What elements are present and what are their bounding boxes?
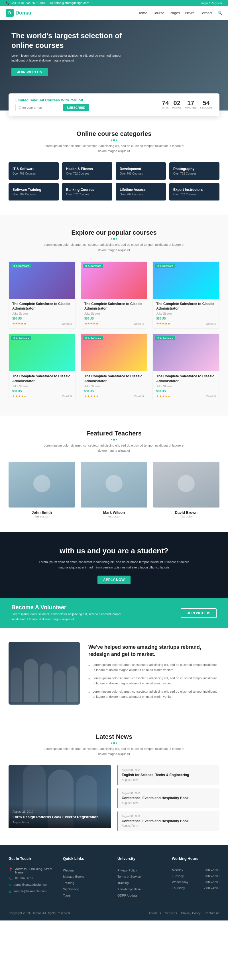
hero-cta-button[interactable]: JOIN WITH US (11, 68, 48, 76)
course-price-5: $80 US (156, 390, 166, 393)
cat-sub-6: Over 762 Courses (120, 193, 162, 196)
footer-link-books[interactable]: Manage Books (63, 873, 111, 880)
course-stars-5: ★★★★★ (156, 395, 171, 398)
course-price-4: $80 US (85, 390, 94, 393)
nav-news[interactable]: News (185, 11, 195, 15)
course-stars-1: ★★★★★ (85, 322, 99, 326)
footer-link-terms[interactable]: Terms of Service (117, 873, 165, 880)
nav-contact[interactable]: Contact (199, 11, 212, 15)
news-side-card-2[interactable]: August 31, 2019 Conference, Events and H… (117, 811, 220, 831)
news-side-card-0[interactable]: August 31, 2019 English for Science, Tec… (117, 765, 220, 785)
footer-email2-item: ✉ sample@mxample.com (8, 889, 56, 894)
course-image-1: IT & Software (81, 262, 147, 299)
category-banking[interactable]: Banking Courses Over 762 Courses (62, 183, 112, 200)
subscribe-button[interactable]: SUBSCRIBE (63, 104, 89, 111)
course-card-5[interactable]: IT & Software The Complete Salesforce to… (153, 334, 220, 401)
login-link[interactable]: login / Register (201, 2, 222, 5)
footer-link-training2[interactable]: Training (117, 880, 165, 886)
email-icon: ✉ (50, 1, 53, 5)
startup-list: Lorem ipsum dolor sit amet, consectetur … (88, 662, 220, 700)
footer-link-training[interactable]: Training (63, 880, 111, 886)
course-card-1[interactable]: IT & Software The Complete Salesforce to… (81, 261, 148, 329)
news-side-card-1[interactable]: August 31, 2019 Conference, Events and H… (117, 788, 220, 808)
footer-phone: 01 234 56789 (15, 877, 34, 880)
footer-day-1: Tuesday (172, 873, 184, 879)
footer-get-in-touch: Get In Touch 📍 Address: 1 Building, Stre… (8, 856, 56, 899)
search-icon[interactable]: 🔍 (217, 11, 222, 15)
hero-content: The world's largest selection of online … (11, 31, 131, 76)
course-image-0: IT & Software (9, 262, 75, 299)
course-price-0: $80 US (12, 317, 22, 320)
news-side-title-1: Conference, Events and Hospitality Book (122, 796, 215, 800)
countdown-seconds-label: Seconds (200, 106, 213, 109)
footer-link-sightseeing[interactable]: Sightseeing (63, 886, 111, 892)
footer: Get In Touch 📍 Address: 1 Building, Stre… (0, 845, 228, 921)
cat-title-7: Expert Instructors (173, 188, 215, 192)
countdown-minutes-num: 17 (185, 100, 197, 106)
footer-hours-0: 9:00 – 5:00 (204, 867, 220, 873)
category-expert-instructors[interactable]: Expert Instructors Over 762 Courses (169, 183, 220, 200)
course-badge-0: IT & Software (11, 264, 31, 268)
hero-title: The world's largest selection of online … (11, 31, 131, 51)
footer-link-privacy[interactable]: Privacy Policy (117, 867, 165, 873)
category-health-fitness[interactable]: Health & Fitness Over 762 Courses (62, 162, 112, 180)
category-photography[interactable]: Photography Over 762 Courses (169, 162, 220, 180)
footer-link-webinar[interactable]: Webinar (63, 867, 111, 873)
sale-heading: Limited Sale: All Courses With 75% off (15, 98, 156, 102)
category-it-software[interactable]: IT & Software Over 762 Courses (8, 162, 59, 180)
teachers-deco-2 (113, 439, 115, 441)
teacher-card-2[interactable]: David Brown Instructor (153, 462, 220, 518)
course-author-3: Jake Strawn (12, 385, 72, 388)
course-enroll-3: Enroll: 3 (62, 395, 72, 398)
course-card-4[interactable]: IT & Software The Complete Salesforce to… (81, 334, 148, 401)
teacher-card-0[interactable]: John Smith Instructor (8, 462, 75, 518)
footer-bottom-privacy[interactable]: Privacy Policy (181, 912, 200, 915)
footer-address-item: 📍 Address: 1 Building, Street Name (8, 867, 56, 874)
news-section: Latest News Lorem ipsum dolor sit amet, … (0, 719, 228, 845)
course-title-5: The Complete Salesforce to Classic Admin… (156, 374, 216, 383)
nav-course[interactable]: Course (153, 11, 164, 15)
news-title-deco (8, 742, 220, 744)
footer-link-knowledge[interactable]: Knowledge Base (117, 886, 165, 892)
news-main-card[interactable]: August 31, 2019 Form Design Patterns Boo… (8, 765, 111, 831)
teachers-title-deco (8, 439, 220, 441)
footer-bottom: Copyright 2019, Domar. All Rights Reserv… (8, 907, 220, 915)
news-main-image: August 31, 2019 Form Design Patterns Boo… (8, 765, 111, 828)
course-card-3[interactable]: IT & Software The Complete Salesforce to… (8, 334, 75, 401)
category-lifetime-access[interactable]: Lifetime Access Over 762 Courses (116, 183, 166, 200)
course-price-1: $80 US (85, 317, 94, 320)
nav-home[interactable]: Home (137, 11, 147, 15)
footer-quick-links: Quick Links Webinar Manage Books Trainin… (63, 856, 111, 899)
course-card-2[interactable]: IT & Software The Complete Salesforce to… (153, 261, 220, 329)
category-software-training[interactable]: Software Training Over 762 Courses (8, 183, 59, 200)
category-development[interactable]: Development Over 762 Courses (116, 162, 166, 180)
footer-link-tours[interactable]: Tours (63, 892, 111, 899)
course-card-0[interactable]: IT & Software The Complete Salesforce to… (8, 261, 75, 329)
cat-title-0: IT & Software (13, 167, 55, 171)
logo-text: Domar (15, 10, 32, 16)
footer-link-gdpr[interactable]: GDPR Update (117, 892, 165, 899)
sale-email-input[interactable] (15, 104, 61, 111)
cta-section: with us and you are a student? Lorem ips… (0, 532, 228, 598)
footer-bottom-services[interactable]: Services (165, 912, 177, 915)
volunteer-join-button[interactable]: JOIN WITH US (181, 608, 217, 618)
teacher-role-0: Instructor (8, 515, 75, 518)
course-meta-2: $80 US (156, 317, 216, 320)
courses-deco-1 (111, 239, 112, 240)
footer-hours-2: 9:00 – 5:00 (204, 879, 220, 885)
startup-item-1: Lorem ipsum dolor sit amet, consectetur … (88, 676, 220, 686)
nav-pages[interactable]: Pages (170, 11, 180, 15)
course-rating-row-0: ★★★★★ Enroll: 3 (12, 322, 72, 326)
teacher-card-1[interactable]: Mark Wilson Instructor (81, 462, 147, 518)
course-title-0: The Complete Salesforce to Classic Admin… (12, 302, 72, 311)
teachers-section: Featured Teachers Lorem ipsum dolor sit … (0, 415, 228, 532)
footer-bottom-about[interactable]: About us (148, 912, 161, 915)
course-author-1: Jake Strawn (85, 312, 144, 315)
footer-bottom-contact[interactable]: Contact us (204, 912, 220, 915)
footer-email2: sample@mxample.com (14, 889, 46, 893)
startup-group-image (8, 642, 80, 705)
cat-sub-4: Over 762 Courses (13, 193, 55, 196)
course-body-0: The Complete Salesforce to Classic Admin… (9, 299, 75, 329)
nav-logo[interactable]: D Domar (6, 9, 32, 17)
cta-apply-button[interactable]: APPLY NOW (97, 576, 131, 584)
